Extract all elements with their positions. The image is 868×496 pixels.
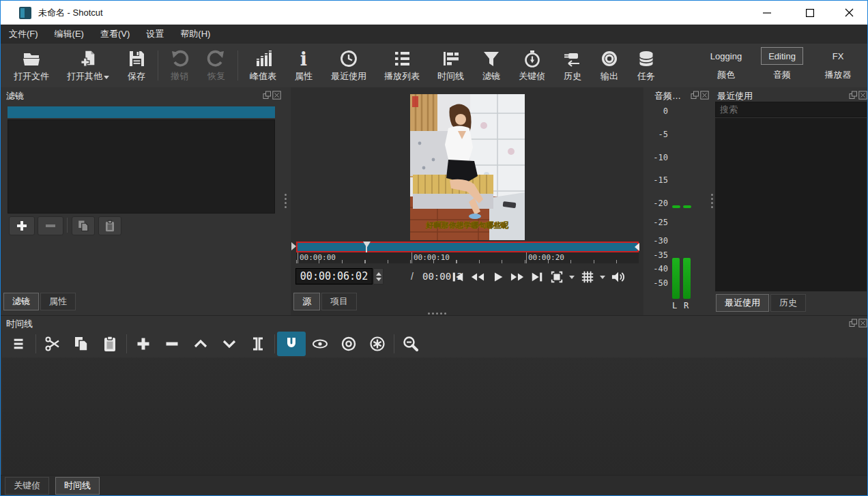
history-button[interactable]: 历史 <box>554 45 591 86</box>
recent-search-input[interactable] <box>715 102 867 117</box>
export-button[interactable]: 输出 <box>591 45 628 86</box>
volume-button[interactable] <box>608 268 628 286</box>
tab-history[interactable]: 历史 <box>770 294 806 312</box>
timeline-toolbar <box>2 331 866 357</box>
menu-edit[interactable]: 编辑(E) <box>46 25 92 44</box>
timeline-menu-button[interactable] <box>5 332 33 356</box>
menu-view[interactable]: 查看(V) <box>92 25 138 44</box>
properties-button[interactable]: i 属性 <box>285 45 322 86</box>
layout-audio-button[interactable]: 音频 <box>754 65 810 85</box>
remove-filter-button[interactable] <box>38 216 63 235</box>
copy-filters-button[interactable] <box>72 216 95 235</box>
recent-list[interactable] <box>715 118 867 291</box>
open-file-button[interactable]: 打开文件 <box>5 45 58 86</box>
add-filter-button[interactable] <box>9 216 35 235</box>
append-button[interactable] <box>129 332 158 356</box>
filters-selected-clip-bar[interactable] <box>8 106 275 118</box>
undo-icon <box>170 49 189 68</box>
recent-button[interactable]: 最近使用 <box>322 45 375 86</box>
paste-filters-button[interactable] <box>98 216 121 235</box>
layout-fx-button[interactable]: FX <box>810 46 866 65</box>
zoom-mode-button[interactable] <box>547 268 566 286</box>
filters-panel-float-button[interactable] <box>263 91 272 100</box>
ripple-delete-button[interactable] <box>158 332 186 356</box>
split-button[interactable] <box>244 332 272 356</box>
menu-help[interactable]: 帮助(H) <box>172 25 218 44</box>
save-icon <box>127 49 146 68</box>
out-point-marker[interactable] <box>635 243 639 251</box>
menu-settings[interactable]: 设置 <box>138 25 172 44</box>
layout-color-button[interactable]: 颜色 <box>698 65 754 85</box>
lift-button[interactable] <box>186 332 215 356</box>
cut-button[interactable] <box>38 332 67 356</box>
scrubber-bar[interactable] <box>296 242 639 252</box>
grid-dropdown[interactable] <box>597 268 608 286</box>
copy-button[interactable] <box>67 332 96 356</box>
layout-editing-button[interactable]: Editing <box>761 47 803 65</box>
play-button[interactable] <box>487 268 507 286</box>
level-bar-right <box>683 258 691 299</box>
recent-panel-close-button[interactable] <box>858 91 867 100</box>
playlist-button[interactable]: 播放列表 <box>375 45 429 86</box>
layout-logging-button[interactable]: Logging <box>698 46 754 65</box>
timeline-zoom-out-button[interactable] <box>396 332 425 356</box>
timeline-panel-close-button[interactable] <box>858 319 867 327</box>
current-time-field[interactable] <box>295 268 373 285</box>
layout-player-button[interactable]: 播放器 <box>810 65 866 85</box>
tab-recent[interactable]: 最近使用 <box>716 294 769 312</box>
recent-panel-title: 最近使用 <box>717 90 753 102</box>
grid-button[interactable] <box>577 268 597 286</box>
play-icon <box>491 270 504 284</box>
time-spinner[interactable] <box>373 268 384 285</box>
scrub-while-dragging-button[interactable] <box>306 332 334 356</box>
recent-panel-float-button[interactable] <box>849 91 858 100</box>
save-button[interactable]: 保存 <box>118 45 155 86</box>
grid-icon <box>581 270 594 284</box>
timeline-panel-float-button[interactable] <box>849 319 858 327</box>
audio-panel-close-button[interactable] <box>700 91 709 100</box>
splitter-audio-recent[interactable] <box>711 194 713 208</box>
timeline-toolbar-separator <box>35 334 36 353</box>
ripple-all-tracks-button[interactable] <box>363 332 392 356</box>
history-icon <box>563 49 582 68</box>
filters-button[interactable]: 滤镜 <box>473 45 510 86</box>
keyframes-button[interactable]: 关键侦 <box>510 45 554 86</box>
splitter-player-timeline[interactable] <box>428 312 446 315</box>
splitter-filters-player[interactable] <box>285 194 287 208</box>
maximize-button[interactable] <box>794 1 826 25</box>
menu-file[interactable]: 文件(F) <box>1 25 46 44</box>
undo-button[interactable]: 撤销 <box>161 45 198 86</box>
rewind-icon <box>470 270 485 284</box>
paste-button[interactable] <box>96 332 124 356</box>
tab-properties[interactable]: 属性 <box>40 293 76 310</box>
timeline-toggle-button[interactable]: 时间线 <box>429 45 473 86</box>
open-other-button[interactable]: 打开其他 <box>58 45 118 86</box>
overwrite-button[interactable] <box>215 332 244 356</box>
filters-panel-close-button[interactable] <box>272 91 281 100</box>
zoom-mode-dropdown[interactable] <box>566 268 577 286</box>
ripple-toggle-button[interactable] <box>334 332 363 356</box>
ruler-label-0: 00:00:00 <box>300 253 336 262</box>
jobs-button[interactable]: 任务 <box>628 45 665 86</box>
tab-keyframes[interactable]: 关键侦 <box>5 477 49 495</box>
time-ruler[interactable]: 00:00:00 00:00:10 00:00:20 <box>296 252 639 263</box>
rewind-button[interactable] <box>467 268 487 286</box>
in-point-marker[interactable] <box>291 242 296 250</box>
tab-project[interactable]: 项目 <box>321 293 357 310</box>
timeline-tracks-area[interactable] <box>2 358 867 475</box>
skip-start-button[interactable] <box>448 268 467 286</box>
tab-timeline[interactable]: 时间线 <box>55 477 100 495</box>
snap-toggle-button[interactable] <box>277 332 306 356</box>
filters-list[interactable] <box>8 119 275 214</box>
audio-panel-float-button[interactable] <box>691 91 699 100</box>
tab-source[interactable]: 源 <box>293 293 320 310</box>
redo-button[interactable]: 恢复 <box>198 45 235 86</box>
fast-forward-button[interactable] <box>507 268 527 286</box>
minimize-button[interactable] <box>751 1 783 25</box>
titlebar[interactable]: 未命名 - Shotcut <box>1 1 867 25</box>
close-button[interactable] <box>833 1 865 25</box>
split-icon <box>250 336 266 352</box>
skip-end-button[interactable] <box>527 268 547 286</box>
tab-filters[interactable]: 滤镜 <box>3 293 39 310</box>
peak-meter-button[interactable]: 峰值表 <box>241 45 285 86</box>
